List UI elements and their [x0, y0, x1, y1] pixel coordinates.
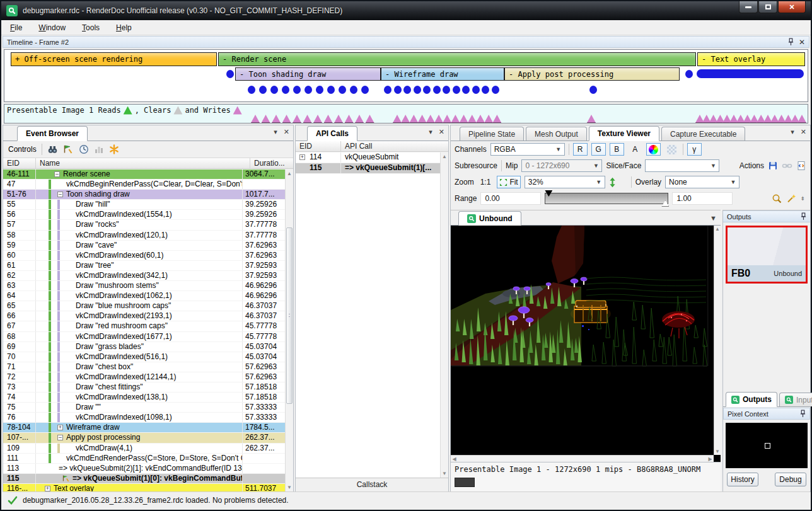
tab-api-calls[interactable]: API Calls	[307, 126, 357, 141]
panel-menu-icon[interactable]: ▾	[274, 128, 277, 136]
channel-r-button[interactable]: R	[573, 143, 588, 156]
zoom-fit-button[interactable]: Fit	[497, 176, 520, 188]
panel-close-icon[interactable]: ✕	[801, 128, 806, 136]
timeline-submarker-0[interactable]: - Toon shading draw	[235, 67, 381, 81]
expand-range-controls-icon[interactable]: ⇟	[800, 195, 805, 202]
table-row[interactable]: 71Draw "chest box"57.62963	[3, 362, 285, 372]
find-event-icon[interactable]	[47, 144, 58, 154]
table-row[interactable]: 66vkCmdDrawIndexed(2193,1)46.37037	[3, 311, 285, 321]
jump-to-marker-icon[interactable]	[63, 144, 74, 154]
time-draws-icon[interactable]	[79, 144, 89, 154]
table-row[interactable]: 57Draw "rocks"37.77778	[3, 220, 285, 230]
flip-y-icon[interactable]	[609, 177, 616, 188]
autofit-wand-icon[interactable]	[786, 193, 796, 204]
view-texture-code-icon[interactable]	[796, 161, 806, 171]
range-slider[interactable]	[545, 193, 668, 204]
texture-preview-image[interactable]	[451, 226, 714, 457]
custom-display-button[interactable]	[646, 143, 661, 156]
tab-texture-viewer[interactable]: Texture Viewer	[589, 126, 659, 141]
timeline-draw-dot[interactable]	[316, 86, 323, 94]
table-row[interactable]: 115=> vkQueueSubmit(1)[0]: vkBeginComman…	[3, 474, 285, 484]
table-row[interactable]: 55Draw "hill"39.25926	[3, 200, 285, 210]
tree-expander[interactable]: –	[57, 192, 63, 197]
table-row[interactable]: 115=> vkQueueSubmit(1)[...	[296, 163, 440, 174]
table-row[interactable]: 74vkCmdDrawIndexed(138,1)57.18518	[3, 393, 285, 403]
table-row[interactable]: 70vkCmdDrawIndexed(516,1)45.03704	[3, 352, 285, 362]
maximize-button[interactable]	[758, 1, 777, 13]
output-fb0-thumbnail[interactable]: FB0 Unbound	[726, 226, 808, 284]
table-row[interactable]: 109vkCmdDraw(4,1)262.37...	[3, 444, 285, 454]
timeline-draw-dot[interactable]	[361, 86, 369, 94]
timeline-marker-2[interactable]: - Text overlay	[697, 52, 805, 66]
timeline-marker-0[interactable]: + Off-screen scene rendering	[11, 52, 217, 66]
col-duration[interactable]: Duratio...	[250, 158, 293, 168]
panel-close-icon[interactable]: ✕	[284, 128, 289, 136]
pixel-history-button[interactable]: History	[727, 473, 758, 486]
timeline-track[interactable]: + Off-screen scene rendering- Render sce…	[4, 49, 808, 102]
timeline-draw-dot[interactable]	[304, 86, 312, 94]
timeline-draw-dot[interactable]	[472, 86, 480, 94]
pixel-debug-button[interactable]: Debug	[775, 473, 806, 486]
timeline-event-dot[interactable]	[226, 70, 234, 78]
texture-hscroll[interactable]: ◀ ▶	[451, 455, 714, 462]
gamma-button[interactable]: γ	[687, 143, 702, 156]
timeline-draw-dot[interactable]	[423, 86, 431, 94]
pixel-context-view[interactable]	[726, 423, 808, 468]
table-row[interactable]: 78-104+Wireframe draw1784.5...	[3, 423, 285, 433]
alpha-checker-button[interactable]	[664, 143, 679, 156]
tab-capture-executable[interactable]: Capture Executable	[661, 127, 745, 141]
zoom-level-select[interactable]: 32%▼	[525, 176, 605, 188]
table-row[interactable]: 113=> vkQueueSubmit(2)[1]: vkEndCommandB…	[3, 464, 285, 474]
tree-expander[interactable]: –	[57, 435, 63, 440]
table-row[interactable]: 46-111–Render scene3064.7...	[3, 169, 285, 180]
timeline-submarker-2[interactable]: - Apply post processing	[504, 67, 680, 81]
table-row[interactable]: 75Draw ""57.33333	[3, 403, 285, 413]
table-row[interactable]: 61Draw "tree"37.92593	[3, 261, 285, 271]
table-row[interactable]: 76vkCmdDrawIndexed(1098,1)57.33333	[3, 413, 285, 423]
timeline-draw-dot[interactable]	[282, 86, 289, 94]
table-row[interactable]: 69Draw "grass blades"45.03704	[3, 342, 285, 352]
range-max-input[interactable]: 1.00	[672, 192, 733, 205]
tree-expander[interactable]: +	[45, 486, 50, 491]
channel-g-button[interactable]: G	[591, 143, 606, 156]
pin-icon[interactable]	[801, 212, 806, 221]
close-panel-icon[interactable]: ✕	[799, 38, 805, 47]
texture-list-icon[interactable]: ▼	[710, 214, 717, 222]
bookmark-icon[interactable]	[109, 144, 119, 154]
timeline-draw-dot[interactable]	[433, 86, 441, 94]
table-row[interactable]: 65Draw "blue mushroom caps"46.37037	[3, 301, 285, 311]
tab-event-browser[interactable]: Event Browser	[17, 126, 88, 141]
panel-menu-icon[interactable]: ▾	[429, 128, 432, 136]
timeline-draw-dot[interactable]	[394, 86, 402, 94]
table-row[interactable]: 107-...–Apply post processing262.37...	[3, 433, 285, 443]
table-row[interactable]: 62vkCmdDrawIndexed(342,1)37.92593	[3, 271, 285, 281]
timeline-draw-dot[interactable]	[270, 86, 278, 94]
zoom-range-icon[interactable]	[772, 193, 782, 204]
timeline-draw-dot[interactable]	[293, 86, 301, 94]
tab-mesh-output[interactable]: Mesh Output	[526, 127, 587, 141]
timeline-marker-1[interactable]: - Render scene	[218, 52, 696, 66]
timeline-submarker-1[interactable]: - Wireframe draw	[381, 67, 504, 81]
table-row[interactable]: 68vkCmdDrawIndexed(1677,1)45.77778	[3, 332, 285, 342]
mip-select[interactable]: 0 - 1272x690▼	[521, 159, 602, 172]
tree-expander[interactable]: +	[57, 425, 63, 430]
timeline-draw-dot[interactable]	[384, 86, 392, 94]
timeline-draw-dot[interactable]	[414, 86, 421, 94]
save-texture-icon[interactable]	[768, 161, 778, 171]
table-row[interactable]: 47vkCmdBeginRenderPass(C=Clear, D=Clear,…	[3, 180, 285, 190]
table-row[interactable]: 63Draw "mushroom stems"46.96296	[3, 281, 285, 291]
channel-b-button[interactable]: B	[610, 143, 624, 156]
table-row[interactable]: 67Draw "red mushroom caps"45.77778	[3, 321, 285, 331]
table-row[interactable]: 51-76–Toon shading draw1017.7...	[3, 190, 285, 200]
table-row[interactable]: 59Draw "cave"37.62963	[3, 241, 285, 251]
col-name[interactable]: Name	[36, 158, 250, 168]
timeline-draw-dot[interactable]	[443, 86, 450, 94]
range-white-point-handle[interactable]	[661, 200, 669, 207]
timeline-draw-dot[interactable]	[248, 86, 255, 94]
timeline-event-pill[interactable]	[697, 69, 804, 78]
menu-help[interactable]: Help	[116, 23, 132, 32]
timeline-draw-dot[interactable]	[350, 86, 357, 94]
tab-unbound-texture[interactable]: Unbound	[458, 211, 521, 226]
channel-a-button[interactable]: A	[628, 143, 642, 156]
table-row[interactable]: 56vkCmdDrawIndexed(1554,1)39.25926	[3, 210, 285, 220]
